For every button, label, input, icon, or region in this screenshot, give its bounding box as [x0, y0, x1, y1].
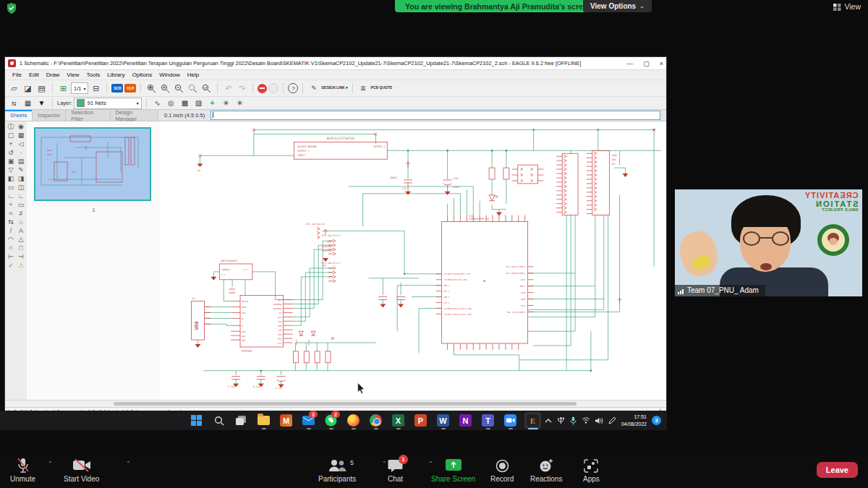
- eagle-titlebar[interactable]: 1 Schematic - F:\Penelitian\Penelitian 2…: [5, 57, 666, 70]
- chrome-button[interactable]: [367, 412, 384, 429]
- design-link-button[interactable]: DESIGN LINK ▾: [321, 86, 347, 90]
- delete-icon[interactable]: ▽: [6, 166, 16, 174]
- rect-icon[interactable]: □: [16, 244, 26, 252]
- leave-button[interactable]: Leave: [817, 462, 858, 478]
- layer-settings-icon[interactable]: ⧅: [8, 98, 20, 108]
- polygon-icon[interactable]: △: [16, 236, 26, 244]
- grid-dots-icon[interactable]: ▩: [179, 98, 191, 108]
- select-icon[interactable]: ▦: [16, 132, 26, 140]
- security-shield-icon[interactable]: [7, 3, 17, 17]
- sheet-thumbnail[interactable]: [34, 127, 151, 201]
- arc-icon[interactable]: ◠: [6, 236, 16, 244]
- participants-button[interactable]: 5 Participants ⌃: [318, 458, 356, 483]
- menu-view[interactable]: View: [64, 72, 82, 78]
- dimension-icon[interactable]: ⊢: [6, 253, 16, 261]
- rotate-icon[interactable]: ↺: [6, 149, 16, 157]
- mail-button[interactable]: 3: [300, 412, 317, 429]
- copy-icon[interactable]: ▣: [6, 158, 16, 166]
- wifi-icon[interactable]: [582, 417, 590, 424]
- menu-tools[interactable]: Tools: [84, 72, 103, 78]
- circle-icon[interactable]: ○: [6, 244, 16, 252]
- gateswap-icon[interactable]: ◫: [16, 184, 26, 192]
- erc-icon[interactable]: ✓: [6, 262, 16, 270]
- undo-button[interactable]: ↶: [222, 82, 234, 95]
- gear-icon[interactable]: ✳: [220, 98, 232, 108]
- eagle-taskbar-button[interactable]: E: [524, 412, 541, 429]
- horizontal-scrollbar[interactable]: [5, 400, 666, 407]
- participants-chevron[interactable]: ⌃: [382, 461, 387, 467]
- menu-options[interactable]: Options: [129, 72, 156, 78]
- tray-clock[interactable]: 17:5104/08/2022: [621, 414, 647, 427]
- participant-video[interactable]: CREATIVITY STATION SMILE PROJECT Team 07…: [675, 189, 862, 296]
- minimize-button[interactable]: —: [626, 60, 633, 67]
- menu-library[interactable]: Library: [104, 72, 127, 78]
- zoom-app-button[interactable]: [502, 412, 519, 429]
- share-screen-button[interactable]: Share Screen: [431, 458, 475, 483]
- video-chevron[interactable]: ⌃: [126, 461, 131, 467]
- measure-icon[interactable]: ⊣: [16, 253, 26, 261]
- net-icon[interactable]: ∟: [6, 192, 16, 200]
- zoom-out-icon[interactable]: [173, 82, 185, 95]
- change-icon[interactable]: ✎: [16, 166, 26, 174]
- zoom-tool-icon[interactable]: ◎: [165, 98, 177, 108]
- pcb-quote-button[interactable]: PCB QUOTE: [371, 86, 393, 90]
- start-video-button[interactable]: Start Video ⌃: [64, 458, 99, 483]
- smash-icon[interactable]: ⇆: [6, 218, 16, 226]
- delete-sheet-icon[interactable]: ⊟: [90, 82, 102, 95]
- text-icon[interactable]: A: [16, 227, 26, 235]
- label-icon[interactable]: ▭: [16, 201, 26, 209]
- save-button[interactable]: ◪: [22, 82, 34, 95]
- speaker-icon[interactable]: [595, 417, 603, 424]
- excel-button[interactable]: X: [390, 412, 407, 429]
- whatsapp-button[interactable]: 2: [323, 412, 339, 429]
- info-icon[interactable]: ⓘ: [6, 123, 16, 131]
- command-input[interactable]: [210, 111, 660, 120]
- miter-icon[interactable]: ⌂: [16, 218, 26, 226]
- sheet-number[interactable]: 1: [27, 207, 161, 213]
- task-view-button[interactable]: [233, 412, 250, 429]
- teams-button[interactable]: T: [480, 412, 496, 429]
- unmute-button[interactable]: Unmute ⌃: [10, 458, 35, 483]
- redo-button[interactable]: ↷: [236, 82, 248, 95]
- sheet-selector[interactable]: 1/1▾: [71, 82, 88, 94]
- unmute-chevron[interactable]: ⌃: [48, 461, 53, 467]
- open-button[interactable]: ▱: [8, 82, 20, 95]
- filter-icon[interactable]: ▼: [35, 98, 48, 108]
- menu-window[interactable]: Window: [156, 72, 182, 78]
- junction-icon[interactable]: +: [6, 201, 16, 209]
- apps-button[interactable]: Apps: [583, 458, 600, 483]
- bus-icon[interactable]: ∟: [16, 192, 26, 200]
- start-button[interactable]: [188, 412, 205, 429]
- group-select-icon[interactable]: ▢: [6, 132, 16, 140]
- menu-edit[interactable]: Edit: [26, 72, 42, 78]
- search-button[interactable]: [210, 412, 227, 429]
- matlab-button[interactable]: M: [278, 412, 294, 429]
- menu-draw[interactable]: Draw: [43, 72, 63, 78]
- schematic-canvas[interactable]: NCP1117ST50T3G ADJUST/GROUND OUTPUT_2 OU…: [161, 121, 666, 400]
- zoom-fit-icon[interactable]: [145, 82, 158, 95]
- word-button[interactable]: W: [435, 412, 451, 429]
- stop-button[interactable]: [258, 84, 267, 93]
- zoom-select-icon[interactable]: [187, 82, 199, 95]
- zoom-redraw-icon[interactable]: [200, 82, 213, 95]
- pinswap-icon[interactable]: ◨: [16, 175, 26, 183]
- tab-selection-filter[interactable]: Selection Filter: [66, 110, 110, 121]
- file-explorer-button[interactable]: [255, 412, 272, 429]
- mirror-icon[interactable]: ◁: [16, 140, 26, 148]
- tray-chevron-icon[interactable]: [545, 418, 552, 423]
- name-icon[interactable]: ≈: [6, 210, 16, 218]
- close-button[interactable]: ×: [660, 60, 663, 67]
- errors-icon[interactable]: ⚠: [16, 262, 26, 270]
- paste-icon[interactable]: ▤: [16, 158, 26, 166]
- replace-icon[interactable]: ▭: [6, 184, 16, 192]
- usb-icon[interactable]: [557, 416, 565, 425]
- add-part-icon[interactable]: +: [206, 98, 218, 108]
- tab-design-manager[interactable]: Design Manager: [111, 110, 158, 121]
- layer-dropdown[interactable]: 91 Nets ▾: [74, 98, 142, 109]
- net-tool-icon[interactable]: ∿: [151, 98, 163, 108]
- record-button[interactable]: Record: [490, 458, 514, 483]
- add-icon[interactable]: ◧: [6, 175, 16, 183]
- scrollbar-thumb[interactable]: [114, 402, 576, 406]
- scr-button[interactable]: SCR: [111, 84, 123, 93]
- onenote-button[interactable]: N: [457, 412, 474, 429]
